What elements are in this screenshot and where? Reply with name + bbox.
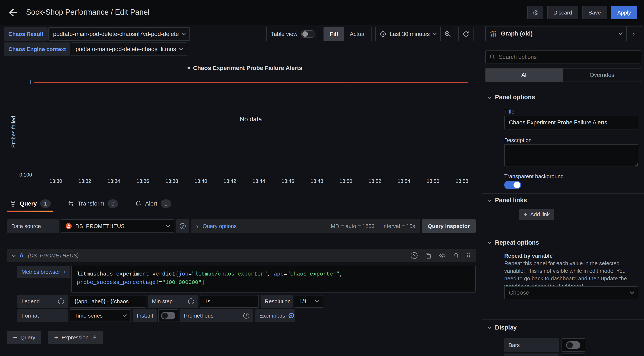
chevron-down-icon (182, 31, 186, 35)
metrics-browser-button[interactable]: Metrics browser › (17, 266, 70, 278)
x-tick-label: 13:46 (282, 178, 294, 184)
variable-value-text: podtato-main-pod-delete-chaosnl7vd-pod-d… (53, 31, 179, 37)
panel-links-header[interactable]: Panel links (488, 197, 527, 204)
refresh-icon[interactable] (458, 27, 474, 41)
database-icon (10, 200, 16, 207)
datasource-help-button[interactable]: ? (176, 219, 190, 233)
transform-icon (68, 200, 74, 207)
table-view-switch[interactable] (301, 30, 316, 38)
gridline (433, 82, 433, 175)
instant-label: Instant (132, 309, 156, 322)
plot-area[interactable] (34, 82, 468, 175)
add-buttons-row: + Query + Expression ⚠ (7, 331, 103, 343)
query-row-header[interactable]: A (DS_PROMETHEUS) ? ⠿ (7, 249, 476, 262)
min-step-input[interactable]: 1s (200, 295, 259, 308)
repeat-by-variable-label: Repeat by variable (504, 253, 553, 259)
tab-transform[interactable]: Transform 0 (65, 195, 121, 212)
transparent-background-switch[interactable] (504, 181, 521, 189)
trash-icon[interactable] (453, 252, 459, 259)
alert-threshold-line (34, 82, 468, 83)
gridline (317, 82, 317, 175)
x-tick-label: 13:48 (311, 178, 323, 184)
chevron-down-icon (123, 313, 127, 317)
legend-input[interactable]: {{app_label}} - {{chaos… (70, 295, 146, 308)
zoom-out-icon[interactable] (440, 27, 454, 41)
search-options-box[interactable] (485, 50, 641, 63)
duplicate-icon[interactable] (425, 252, 432, 259)
resolution-dropdown[interactable]: 1/1 (295, 295, 323, 308)
eye-icon[interactable] (438, 252, 446, 259)
chart-panel: ♥Chaos Experiment Probe Failure Alerts P… (0, 58, 490, 190)
panel-title-input[interactable] (504, 116, 638, 130)
tab-alert[interactable]: Alert 1 (132, 195, 174, 212)
instant-switch[interactable] (161, 312, 175, 320)
prometheus-type-label: Prometheusi (180, 309, 254, 322)
search-options-input[interactable] (499, 54, 637, 60)
x-tick-label: 13:32 (78, 178, 91, 184)
add-query-button[interactable]: + Query (7, 331, 41, 344)
variable-value-dropdown[interactable]: podtato-main-pod-delete-chaos_litmus (71, 42, 187, 56)
panel-settings-gear-icon[interactable]: ⚙ (528, 6, 544, 19)
format-dropdown[interactable]: Time series (70, 309, 131, 322)
max-data-points-stat: MD = auto = 1853 (331, 223, 374, 229)
datasource-picker[interactable]: DS_PROMETHEUS (60, 219, 174, 233)
add-link-button[interactable]: + Add link (519, 209, 554, 220)
page-title: Sock-Shop Performance / Edit Panel (26, 0, 150, 24)
tab-label: Query (20, 200, 37, 207)
panel-options-header[interactable]: Panel options (488, 94, 535, 101)
apply-button[interactable]: Apply (611, 6, 637, 19)
tab-badge: 0 (108, 199, 118, 208)
options-filter-tabs: All Overrides (485, 68, 641, 82)
gridline (201, 82, 201, 175)
next-option-row-partial (504, 354, 585, 356)
add-expression-button[interactable]: + Expression ⚠ (48, 331, 103, 344)
bell-icon (135, 200, 142, 207)
fill-option[interactable]: Fill (324, 27, 344, 41)
x-tick-label: 13:54 (398, 178, 410, 184)
collapse-chevron-icon[interactable] (12, 253, 16, 257)
variable-value-dropdown[interactable]: podtato-main-pod-delete-chaosnl7vd-pod-d… (48, 27, 190, 41)
query-inspector-button[interactable]: Query inspector (422, 219, 476, 233)
panel-description-textarea[interactable] (504, 144, 638, 167)
top-bar: Sock-Shop Performance / Edit Panel ⚙ Dis… (0, 0, 644, 25)
repeat-description: Repeat this panel for each value in the … (504, 260, 639, 290)
exemplars-toggle[interactable]: Exemplars (255, 309, 295, 322)
instant-toggle[interactable] (158, 309, 178, 322)
panel-toolbar: Table view Fill Actual Last 30 minutes (266, 27, 474, 41)
query-options-bar[interactable]: › Query options MD = auto = 1853 Interva… (191, 219, 420, 233)
tab-all[interactable]: All (486, 68, 563, 82)
warning-triangle-icon: ⚠ (92, 334, 97, 341)
visualization-picker[interactable]: Graph (old) › (485, 26, 641, 41)
table-view-toggle[interactable]: Table view (266, 27, 320, 41)
bars-switch[interactable] (566, 341, 580, 349)
actual-option[interactable]: Actual (344, 27, 372, 41)
tab-overrides[interactable]: Overrides (563, 68, 641, 82)
chevron-down-icon (179, 46, 183, 50)
discard-button[interactable]: Discard (547, 6, 578, 19)
interval-stat: Interval = 15s (382, 223, 415, 229)
grafana-panel-editor: Sock-Shop Performance / Edit Panel ⚙ Dis… (0, 0, 644, 356)
save-button[interactable]: Save (582, 6, 607, 19)
toggle-viz-picker-button[interactable]: › (626, 26, 641, 41)
metrics-browser-label: Metrics browser (22, 269, 60, 275)
repeat-options-header[interactable]: Repeat options (488, 239, 539, 246)
repeat-variable-select[interactable]: Choose (504, 286, 638, 299)
display-header[interactable]: Display (488, 324, 517, 331)
x-tick-label: 13:40 (194, 178, 207, 184)
drag-handle-icon[interactable]: ⠿ (466, 252, 470, 259)
datasource-row: Data source DS_PROMETHEUS ? › Query opti… (7, 219, 476, 233)
x-tick-label: 13:44 (252, 178, 265, 184)
promql-editor[interactable]: litmuschaos_experiment_verdict{job="litm… (71, 266, 476, 293)
back-arrow-icon[interactable] (7, 7, 18, 18)
chevron-down-icon (432, 31, 437, 35)
x-tick-label: 13:42 (224, 178, 236, 184)
tab-badge: 1 (160, 199, 171, 208)
tab-query[interactable]: Query 1 (7, 195, 53, 212)
chevron-down-icon (315, 298, 319, 303)
time-range-picker[interactable]: Last 30 minutes (375, 27, 455, 41)
query-options-link[interactable]: Query options (203, 223, 237, 229)
chevron-down-icon (488, 198, 492, 201)
chevron-down-icon (488, 95, 492, 99)
help-icon[interactable]: ? (411, 252, 418, 259)
bars-toggle[interactable] (562, 338, 585, 352)
